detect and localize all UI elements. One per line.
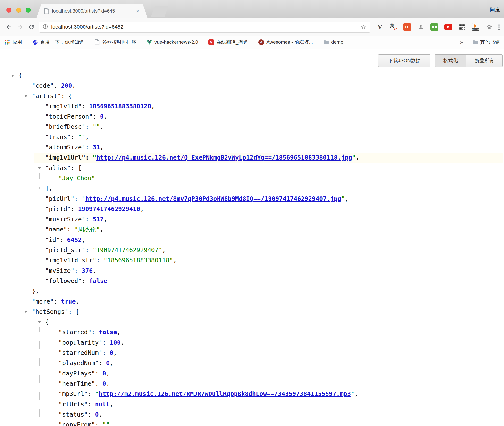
json-token: , [140, 205, 144, 213]
json-tree: {"code": 200,"artist": {"img1v1Id": 1856… [0, 70, 504, 426]
close-window-button[interactable] [6, 8, 11, 13]
tab-favicon-page-icon [44, 8, 49, 14]
json-line: "more": true, [0, 297, 504, 307]
json-token: : [85, 144, 93, 151]
json-token: { [68, 93, 72, 100]
forward-button[interactable] [15, 21, 26, 33]
user-extension-icon[interactable] [417, 23, 425, 31]
json-token: , [85, 134, 89, 141]
json-token: "id" [45, 236, 60, 243]
reload-button[interactable] [26, 21, 37, 33]
bookmark-item[interactable]: 百度一下，你就知道 [32, 39, 84, 45]
tampermonkey-extension-icon[interactable] [430, 23, 438, 31]
browser-menu-button[interactable] [497, 23, 501, 31]
json-token: false [99, 329, 117, 336]
bookmarks-overflow-chevron[interactable]: » [460, 39, 463, 46]
paw-extension-icon[interactable] [485, 23, 493, 31]
vue-icon [146, 39, 152, 45]
minimize-window-button[interactable] [16, 8, 21, 13]
json-url-link[interactable]: http://m2.music.126.net/RMJR7wDullRqppBk… [99, 390, 351, 397]
json-token: , [106, 380, 110, 387]
json-line: "dayPlays": 0, [0, 368, 504, 379]
json-token: , [110, 401, 113, 408]
youtube-extension-icon[interactable] [444, 24, 452, 30]
json-token: , [110, 421, 113, 426]
bookmark-item[interactable]: 谷歌按时间排序 [94, 39, 136, 45]
bookmark-label: demo [331, 39, 343, 45]
page-content: 下载JSON数据 格式化 折叠所有 {"code": 200,"artist":… [0, 49, 504, 426]
other-bookmarks-folder[interactable]: 其他书签 [472, 39, 500, 45]
json-line: "picUrl": "http://p4.music.126.net/8mv7q… [0, 194, 504, 204]
json-token: "albumSize" [45, 144, 85, 151]
json-line: "hotSongs": [ [0, 307, 504, 317]
address-bar[interactable]: localhost:3000/artists?id=6452 [39, 22, 370, 33]
view-mode-segmented-control: 格式化 折叠所有 [435, 54, 503, 67]
player-extension-icon[interactable]: PLAYER [472, 23, 479, 31]
json-token: "hotSongs" [32, 308, 68, 315]
json-token: : [88, 401, 95, 408]
json-token: "mvSize" [45, 267, 74, 274]
format-button[interactable]: 格式化 [435, 54, 466, 67]
json-token: , [162, 247, 166, 254]
download-json-button[interactable]: 下载JSON数据 [378, 54, 430, 67]
json-token: }, [32, 288, 39, 295]
apps-icon [4, 39, 10, 45]
json-token: null [95, 401, 110, 408]
qrcode-extension-icon[interactable] [458, 23, 466, 31]
json-token: " [82, 195, 85, 202]
json-token: , [93, 267, 96, 274]
json-token: , [117, 329, 121, 336]
page-info-icon[interactable] [42, 24, 48, 30]
json-token: , [104, 216, 107, 223]
json-token: "copyFrom" [59, 421, 95, 426]
browser-toolbar: localhost:3000/artists?id=6452 V英enFEPLA… [0, 18, 504, 36]
json-line: "playedNum": 0, [0, 358, 504, 368]
json-token: : [102, 349, 110, 356]
json-token: : [74, 195, 82, 202]
json-line: "starred": false, [0, 327, 504, 337]
translate-extension-icon[interactable]: 英en [390, 23, 397, 31]
tab-close-button[interactable]: × [136, 8, 139, 14]
json-url-link[interactable]: http://p4.music.126.net/8mv7qP30Pd3oHW8b… [85, 195, 341, 202]
vimium-extension-icon[interactable]: V [376, 23, 384, 31]
bookmark-item[interactable]: 应用 [4, 39, 22, 45]
json-url-link[interactable]: http://p4.music.126.net/Q_ExePNkmgB2yWyL… [96, 154, 352, 161]
fehelper-extension-icon[interactable]: FE [403, 23, 411, 31]
json-token: 376 [82, 267, 93, 274]
json-token: : [95, 380, 102, 387]
json-token: : [85, 247, 93, 254]
browser-tab[interactable]: localhost:3000/artists?id=645 × [36, 4, 148, 18]
collapse-all-button[interactable]: 折叠所有 [466, 54, 503, 67]
url-text: localhost:3000/artists?id=6452 [51, 24, 360, 30]
json-token: , [110, 359, 113, 366]
bookmark-item[interactable]: vue-hackernews-2.0 [146, 39, 198, 45]
json-line: "hearTime": 0, [0, 379, 504, 389]
json-line: }, [0, 286, 504, 296]
bookmark-star-icon[interactable] [360, 24, 367, 30]
json-token: { [18, 72, 22, 79]
json-token: : [85, 123, 93, 130]
json-line: "picId": 19097417462929410, [0, 204, 504, 214]
json-token: "rtUrls" [59, 401, 88, 408]
bookmarks-right-group: » 其他书签 [460, 39, 500, 46]
bookmark-item[interactable]: demo [323, 39, 343, 45]
json-line: "followed": false [0, 276, 504, 286]
json-line: "trans": "", [0, 132, 504, 142]
bookmark-label: 应用 [12, 39, 22, 45]
json-token: "briefDesc" [45, 123, 85, 130]
json-token: { [45, 318, 49, 325]
json-token: : [96, 257, 104, 264]
fullscreen-window-button[interactable] [26, 8, 31, 13]
bookmark-item[interactable]: AAwesomes - 前端资... [258, 39, 313, 45]
bookmark-label: 在线翻译_有道 [216, 39, 248, 45]
profile-name[interactable]: 阿发 [490, 6, 500, 13]
bookmark-item[interactable]: y在线翻译_有道 [208, 39, 248, 45]
json-token: , [173, 257, 177, 264]
json-token: , [100, 144, 104, 151]
json-token: , [100, 123, 104, 130]
json-token: "trans" [45, 134, 71, 141]
bookmark-label: vue-hackernews-2.0 [154, 39, 198, 45]
back-button[interactable] [3, 21, 15, 33]
new-tab-button[interactable] [151, 6, 168, 17]
json-token: : [85, 216, 93, 223]
